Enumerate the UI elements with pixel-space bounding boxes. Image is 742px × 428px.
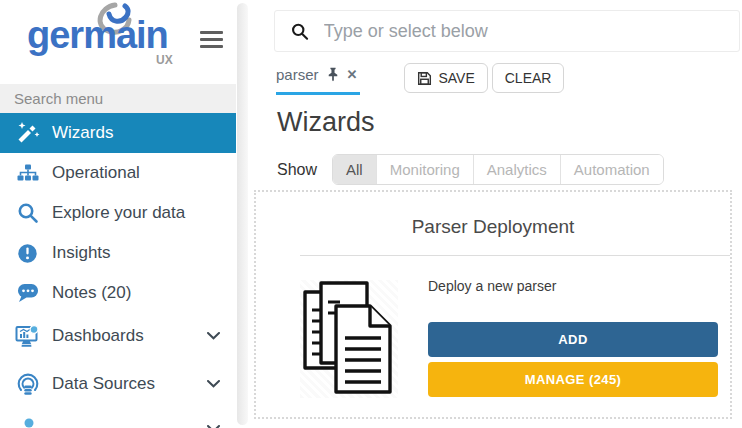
sidebar-item-partial[interactable] <box>0 409 236 428</box>
hamburger-menu-icon[interactable] <box>200 27 223 52</box>
save-label: SAVE <box>438 70 474 86</box>
chevron-down-icon[interactable] <box>207 332 220 340</box>
card-title: Parser Deployment <box>256 216 730 238</box>
main-content: parser ✕ SAVE CLEAR Wizards Show All <box>252 0 742 428</box>
page-title: Wizards <box>277 107 375 138</box>
search-icon <box>291 22 309 41</box>
sidebar-item-label: Notes (20) <box>52 283 131 303</box>
sidebar-item-explore[interactable]: Explore your data <box>0 193 236 233</box>
tab-bar: parser ✕ SAVE CLEAR <box>276 63 564 95</box>
sidebar-item-label: Insights <box>52 243 111 263</box>
sidebar: germain UX Wizards <box>0 0 236 428</box>
global-search-input[interactable] <box>322 20 739 43</box>
sidebar-item-dashboards[interactable]: Dashboards <box>0 313 236 359</box>
search-icon <box>14 202 41 224</box>
partial-icon <box>14 418 41 428</box>
brand-name: germain <box>27 16 168 54</box>
sitemap-icon <box>14 164 41 183</box>
sidebar-item-label: Data Sources <box>52 374 155 394</box>
filter-all[interactable]: All <box>333 155 376 184</box>
sidebar-item-label: Operational <box>52 163 140 183</box>
sidebar-item-data-sources[interactable]: Data Sources <box>0 359 236 409</box>
parser-deployment-card: Parser Deployment Deploy a new <box>254 190 732 419</box>
wand-icon <box>14 121 41 145</box>
sidebar-item-operational[interactable]: Operational <box>0 153 236 193</box>
chat-bubble-icon <box>14 283 41 303</box>
pin-icon[interactable] <box>327 67 339 82</box>
filter-automation[interactable]: Automation <box>560 155 663 184</box>
filter-row: Show All Monitoring Analytics Automation <box>277 154 664 185</box>
close-icon[interactable]: ✕ <box>347 67 358 82</box>
clear-label: CLEAR <box>505 70 552 86</box>
manage-button[interactable]: MANAGE (245) <box>428 362 718 397</box>
sidebar-item-label: Dashboards <box>52 326 144 346</box>
sidebar-item-wizards[interactable]: Wizards <box>0 113 236 153</box>
sidebar-search[interactable] <box>0 84 236 113</box>
filter-group: All Monitoring Analytics Automation <box>332 154 664 185</box>
sidebar-item-label: Wizards <box>52 123 113 143</box>
tab-label: parser <box>276 66 319 83</box>
database-icon <box>14 373 41 396</box>
filter-analytics[interactable]: Analytics <box>473 155 560 184</box>
sidebar-item-notes[interactable]: Notes (20) <box>0 273 236 313</box>
save-button[interactable]: SAVE <box>404 63 487 93</box>
add-button[interactable]: ADD <box>428 322 718 357</box>
show-label: Show <box>277 161 317 179</box>
brand-sub: UX <box>156 53 173 67</box>
alert-circle-icon <box>14 243 41 264</box>
brand-logo: germain UX <box>0 0 236 84</box>
chevron-down-icon[interactable] <box>207 380 220 388</box>
sidebar-item-insights[interactable]: Insights <box>0 233 236 273</box>
documents-icon <box>300 278 428 398</box>
floppy-icon <box>417 71 432 86</box>
filter-monitoring[interactable]: Monitoring <box>376 155 473 184</box>
tab-parser[interactable]: parser ✕ <box>276 63 360 95</box>
clear-button[interactable]: CLEAR <box>492 63 565 93</box>
card-divider <box>300 255 730 256</box>
sidebar-item-label: Explore your data <box>52 203 185 223</box>
monitor-chart-icon <box>14 325 41 348</box>
vertical-scrollbar[interactable] <box>237 3 248 425</box>
sidebar-search-input[interactable] <box>0 89 236 108</box>
global-search[interactable] <box>274 10 740 52</box>
card-description: Deploy a new parser <box>428 278 718 294</box>
